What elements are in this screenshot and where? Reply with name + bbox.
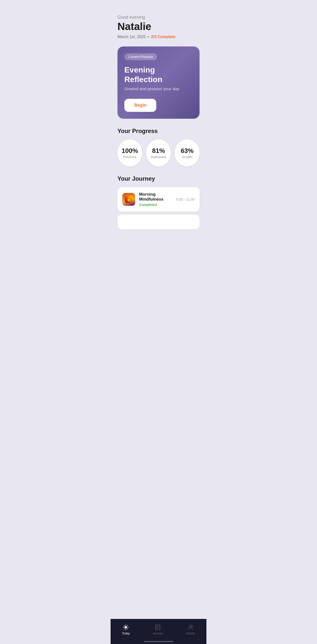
- begin-button[interactable]: Begin: [124, 99, 156, 112]
- home-indicator: [144, 641, 173, 642]
- nav-today-label: Today: [122, 632, 130, 635]
- journey-card-partial: [118, 214, 200, 229]
- svg-point-6: [124, 626, 127, 628]
- awareness-value: 81%: [152, 147, 165, 154]
- journey-item-name: Morning Mindfulness: [139, 192, 172, 202]
- journey-icon: [154, 624, 161, 631]
- progress-circle-awareness: 81% Awareness: [146, 139, 171, 166]
- nav-activity[interactable]: Activity: [181, 622, 200, 637]
- today-icon: [122, 624, 129, 631]
- bottom-nav: Today Journey Activity: [110, 619, 206, 644]
- user-name: Natalie: [118, 21, 200, 32]
- svg-line-14: [124, 628, 124, 629]
- svg-line-5: [127, 198, 128, 198]
- progress-section-title: Your Progress: [118, 128, 200, 134]
- dot-separator: •: [148, 35, 149, 39]
- svg-line-11: [124, 626, 124, 626]
- progress-circle-growth: 63% Growth: [175, 139, 200, 166]
- progress-section: Your Progress 100% Presence 81% Awarenes…: [118, 128, 200, 166]
- journey-section-title: Your Journey: [118, 175, 200, 182]
- awareness-label: Awareness: [151, 155, 166, 159]
- practice-tag: Current Practice: [124, 53, 157, 60]
- svg-line-4: [130, 198, 131, 198]
- growth-value: 63%: [181, 147, 194, 154]
- greeting-text: Good evening: [118, 15, 200, 20]
- svg-line-13: [127, 626, 128, 626]
- nav-journey-label: Journey: [152, 632, 163, 635]
- journey-card-morning[interactable]: Morning Mindfulness Completed 5:00 - 11:…: [118, 187, 200, 212]
- activity-icon: [187, 624, 194, 631]
- journey-item-time: 5:00 - 11:00: [176, 198, 194, 201]
- practice-card: Current Practice Evening Reflection Unwi…: [118, 46, 200, 119]
- svg-point-2: [128, 198, 130, 201]
- nav-activity-label: Activity: [186, 632, 195, 635]
- nav-journey[interactable]: Journey: [148, 622, 168, 637]
- journey-item-info: Morning Mindfulness Completed: [139, 192, 172, 207]
- journey-icon-morning: [122, 193, 135, 206]
- journey-section: Your Journey: [118, 175, 200, 229]
- nav-today[interactable]: Today: [117, 622, 135, 637]
- practice-title: Evening Reflection: [124, 65, 193, 84]
- svg-line-12: [127, 628, 128, 629]
- journey-item-status: Completed: [139, 203, 172, 207]
- completion-badge: 2/3 Complete: [151, 35, 176, 39]
- practice-subtitle: Unwind and process your day: [124, 86, 193, 92]
- growth-label: Growth: [182, 155, 192, 159]
- date-text: March 1st, 2025: [118, 35, 146, 39]
- presence-label: Presence: [123, 155, 137, 159]
- presence-value: 100%: [122, 147, 138, 154]
- progress-circle-presence: 100% Presence: [118, 139, 142, 166]
